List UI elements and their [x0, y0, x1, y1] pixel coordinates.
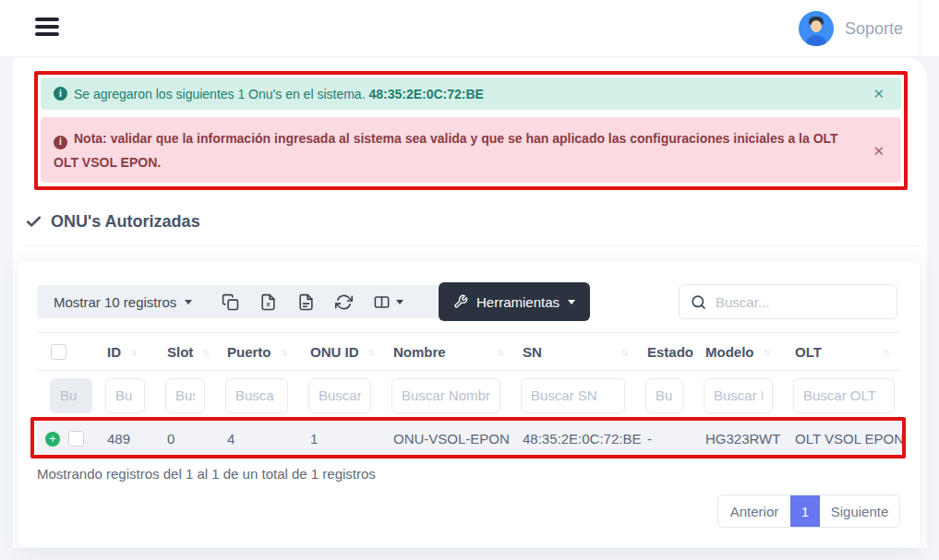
cell-id: 489 — [96, 431, 156, 447]
column-header-estado[interactable]: Estado — [636, 344, 694, 360]
cell-olt: OLT VSOL EPON — [784, 431, 904, 447]
search-icon — [691, 294, 706, 310]
copy-button[interactable] — [222, 293, 239, 311]
sort-icon: ↑↓ — [202, 347, 208, 357]
cell-onu-id: 1 — [299, 431, 382, 447]
close-icon[interactable]: ✕ — [873, 86, 885, 102]
column-header-puerto[interactable]: Puerto↑↓ — [216, 344, 299, 360]
success-alert-text: Se agregaron los siguientes 1 Onu's en e… — [74, 87, 484, 101]
filter-estado[interactable] — [645, 378, 683, 413]
filter-id[interactable] — [105, 378, 145, 413]
table-header-row: ID↑↓ Slot↑↓ Puerto↑↓ ONU ID↑↓ Nombre↑↓ S… — [37, 332, 901, 371]
sort-icon: ↑↓ — [497, 347, 502, 357]
table-row[interactable]: + 489 0 4 1 ONU-VSOL-EPON 48:35:2E:0C:72… — [37, 420, 901, 459]
cell-puerto: 4 — [216, 431, 299, 447]
cell-modelo: HG323RWT — [694, 431, 784, 447]
divider — [22, 245, 923, 246]
section-title: ONU's Autorizadas — [25, 212, 200, 232]
row-checkbox[interactable] — [68, 431, 84, 447]
refresh-icon — [335, 293, 353, 311]
avatar — [799, 11, 834, 46]
prev-page-button[interactable]: Anterior — [718, 495, 790, 527]
chevron-down-icon — [396, 300, 403, 304]
info-icon: i — [54, 87, 67, 101]
cell-estado: - — [636, 431, 694, 447]
sort-icon: ↑↓ — [130, 347, 136, 357]
excel-icon: x — [259, 293, 277, 311]
file-icon — [297, 293, 315, 311]
sort-icon: ↑↓ — [368, 347, 374, 357]
sort-icon: ↑↓ — [883, 347, 888, 357]
filter-sn[interactable] — [521, 378, 625, 413]
column-header-olt[interactable]: OLT↑↓ — [784, 344, 901, 360]
chevron-down-icon — [185, 300, 192, 304]
next-page-button[interactable]: Siguiente — [820, 495, 899, 527]
copy-icon — [222, 293, 239, 311]
info-icon: i — [54, 136, 67, 149]
column-header-id[interactable]: ID↑↓ — [96, 344, 156, 360]
user-name: Soporte — [845, 19, 903, 39]
top-header: Soporte — [0, 0, 939, 57]
current-page-button[interactable]: 1 — [790, 495, 820, 527]
search-box — [679, 284, 897, 319]
columns-icon — [373, 293, 391, 311]
filter-puerto[interactable] — [225, 378, 288, 413]
filter-modelo[interactable] — [704, 378, 773, 413]
sort-icon: ↑↓ — [621, 347, 627, 357]
wrench-icon — [453, 294, 468, 309]
cell-slot: 0 — [156, 431, 216, 447]
excel-export-button[interactable]: x — [259, 293, 277, 311]
svg-text:x: x — [267, 301, 271, 308]
expand-row-button[interactable]: + — [45, 432, 60, 447]
menu-button[interactable] — [35, 18, 59, 40]
table-filter-row — [37, 371, 901, 420]
table-card: Mostrar 10 registros x Herramientas — [18, 261, 920, 547]
column-header-nombre[interactable]: Nombre↑↓ — [382, 344, 512, 360]
filter-select — [50, 378, 92, 413]
filter-nombre[interactable] — [391, 378, 500, 413]
filter-slot[interactable] — [165, 378, 205, 413]
close-icon[interactable]: ✕ — [873, 139, 885, 163]
page-title: ONU's Autorizadas — [51, 212, 200, 232]
pagination: Anterior 1 Siguiente — [717, 494, 900, 528]
file-export-button[interactable] — [297, 293, 315, 311]
tools-button[interactable]: Herramientas — [439, 282, 590, 321]
column-header-slot[interactable]: Slot↑↓ — [156, 344, 216, 360]
check-icon — [25, 213, 42, 231]
cell-nombre: ONU-VSOL-EPON — [382, 431, 512, 447]
column-header-modelo[interactable]: Modelo↑↓ — [694, 344, 784, 360]
filter-olt[interactable] — [793, 378, 895, 413]
warning-alert: iNota: validar que la información ingres… — [41, 117, 901, 183]
filter-onu-id[interactable] — [308, 378, 371, 413]
records-info: Mostrando registros del 1 al 1 de un tot… — [37, 466, 376, 482]
select-all-checkbox[interactable] — [51, 344, 66, 360]
column-visibility-button[interactable] — [373, 293, 403, 311]
cell-sn: 48:35:2E:0C:72:BE — [512, 431, 636, 447]
refresh-button[interactable] — [335, 293, 353, 311]
page: Soporte i Se agregaron los siguientes 1 … — [0, 0, 939, 560]
page-length-select[interactable]: Mostrar 10 registros — [37, 294, 201, 310]
sort-icon: ↑↓ — [764, 347, 769, 357]
onu-mac: 48:35:2E:0C:72:BE — [368, 87, 484, 101]
toolbar: Mostrar 10 registros x Herramientas — [37, 285, 560, 318]
success-alert: i Se agregaron los siguientes 1 Onu's en… — [41, 77, 901, 110]
warning-alert-text: Nota: validar que la información ingresa… — [54, 131, 838, 170]
sort-icon: ↑↓ — [281, 347, 286, 357]
user-menu[interactable]: Soporte — [784, 0, 921, 57]
hamburger-icon — [35, 18, 59, 21]
column-header-onu-id[interactable]: ONU ID↑↓ — [299, 344, 382, 360]
chevron-down-icon — [568, 300, 575, 304]
column-header-sn[interactable]: SN↑↓ — [512, 344, 636, 360]
search-input[interactable] — [716, 294, 885, 310]
